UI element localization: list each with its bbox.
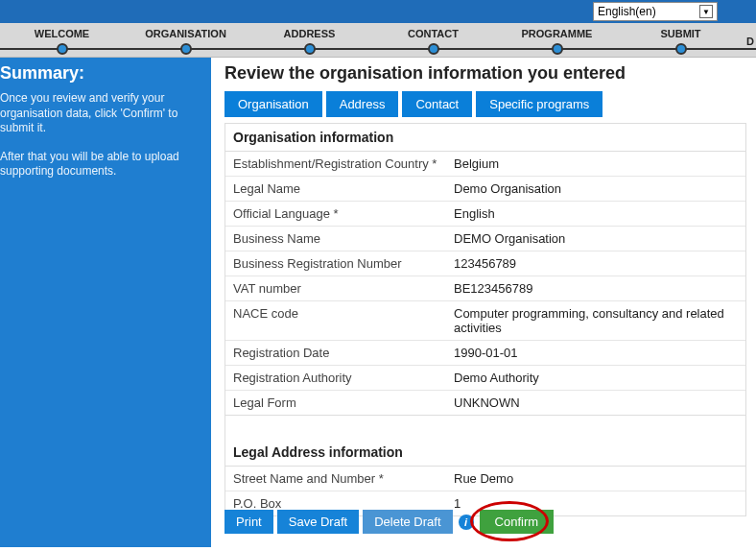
row-label: Business Name: [225, 227, 446, 251]
language-select[interactable]: English(en) ▼: [593, 2, 718, 21]
row-value: Demo Organisation: [446, 177, 745, 201]
sidebar-title: Summary:: [0, 63, 205, 84]
confirm-button[interactable]: Confirm: [480, 510, 555, 534]
section-gap: [224, 416, 746, 439]
print-button[interactable]: Print: [224, 510, 273, 534]
row-label: Legal Form: [225, 391, 446, 415]
actions-bar: Print Save Draft Delete Draft i Confirm: [224, 510, 554, 534]
save-draft-button[interactable]: Save Draft: [277, 510, 359, 534]
tabs: Organisation Address Contact Specific pr…: [224, 91, 746, 117]
table-row: Business Registration Number123456789: [225, 251, 745, 276]
table-row: Registration AuthorityDemo Authority: [225, 365, 745, 390]
row-label: Legal Name: [225, 177, 446, 201]
row-value: UNKNOWN: [446, 391, 745, 415]
step-programme[interactable]: PROGRAMME: [495, 26, 619, 55]
step-dot-icon: [57, 43, 68, 55]
sidebar-para1: Once you review and verify your organisa…: [0, 91, 205, 136]
table-row: Legal NameDemo Organisation: [225, 176, 745, 201]
info-icon[interactable]: i: [459, 515, 474, 530]
table-row: Establishment/Registration Country *Belg…: [225, 152, 745, 176]
page-title: Review the organisation information you …: [224, 63, 746, 84]
step-dot-icon: [428, 43, 439, 55]
table-row: Legal FormUNKNOWN: [225, 390, 745, 415]
row-label: Official Language *: [225, 202, 446, 226]
row-label: Business Registration Number: [225, 252, 446, 276]
step-welcome[interactable]: WELCOME: [0, 26, 124, 55]
stepper: WELCOME ORGANISATION ADDRESS CONTACT PRO…: [0, 23, 756, 58]
table-row: Street Name and Number *Rue Demo: [225, 467, 745, 491]
sidebar-para2: After that you will be able to upload su…: [0, 150, 205, 180]
table-row: Business NameDEMO Organisation: [225, 226, 745, 251]
tab-organisation[interactable]: Organisation: [224, 91, 322, 117]
main: Review the organisation information you …: [211, 58, 756, 547]
row-value: English: [446, 202, 745, 226]
step-address[interactable]: ADDRESS: [248, 26, 371, 55]
topbar: English(en) ▼: [0, 0, 756, 23]
row-value: Computer programming, consultancy and re…: [446, 301, 745, 340]
table-row: NACE codeComputer programming, consultan…: [225, 300, 745, 340]
tab-contact[interactable]: Contact: [402, 91, 472, 117]
sidebar: Summary: Once you review and verify your…: [0, 58, 211, 547]
content: Summary: Once you review and verify your…: [0, 58, 756, 547]
organisation-table: Establishment/Registration Country *Belg…: [224, 152, 746, 416]
row-label: NACE code: [225, 301, 446, 340]
section-organisation-heading: Organisation information: [224, 123, 746, 152]
row-label: Registration Date: [225, 341, 446, 365]
language-selected: English(en): [598, 5, 656, 18]
step-organisation[interactable]: ORGANISATION: [124, 26, 248, 55]
tab-address[interactable]: Address: [326, 91, 399, 117]
row-label: Registration Authority: [225, 366, 446, 390]
row-value: 1990-01-01: [446, 341, 745, 365]
row-label: Street Name and Number *: [225, 467, 446, 491]
section-address-heading: Legal Address information: [224, 439, 746, 467]
row-label: VAT number: [225, 276, 446, 300]
row-value: Belgium: [446, 152, 745, 176]
table-row: Official Language *English: [225, 201, 745, 226]
step-submit[interactable]: SUBMIT: [619, 26, 743, 55]
row-value: BE123456789: [446, 276, 745, 300]
table-row: VAT numberBE123456789: [225, 276, 745, 300]
step-dot-icon: [180, 43, 192, 55]
tab-specific-programs[interactable]: Specific programs: [476, 91, 602, 117]
step-contact[interactable]: CONTACT: [371, 26, 495, 55]
step-next[interactable]: D: [743, 34, 756, 47]
row-value: Demo Authority: [446, 366, 745, 390]
row-value: Rue Demo: [446, 467, 745, 491]
chevron-down-icon: ▼: [699, 5, 713, 18]
step-dot-icon: [304, 43, 316, 55]
row-value: DEMO Organisation: [446, 227, 745, 251]
row-label: Establishment/Registration Country *: [225, 152, 446, 176]
step-dot-icon: [675, 43, 687, 55]
delete-draft-button[interactable]: Delete Draft: [363, 510, 452, 534]
step-dot-icon: [552, 43, 563, 55]
table-row: Registration Date1990-01-01: [225, 340, 745, 365]
row-value: 123456789: [446, 252, 745, 276]
